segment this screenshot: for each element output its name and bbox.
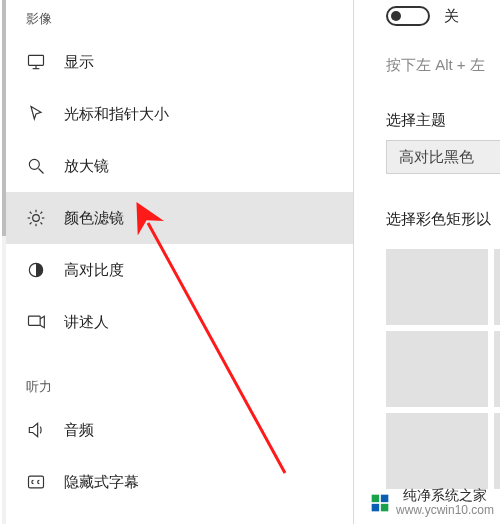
sidebar-item-closed-caption[interactable]: 隐藏式字幕 xyxy=(4,456,353,508)
sidebar-item-label: 讲述人 xyxy=(64,313,109,332)
watermark-url: www.ycwin10.com xyxy=(396,504,494,517)
toggle-switch[interactable] xyxy=(386,6,430,26)
svg-rect-21 xyxy=(381,504,389,512)
watermark-name: 纯净系统之家 xyxy=(403,488,487,503)
preview-swatch[interactable] xyxy=(494,331,500,407)
section-header-hearing: 听力 xyxy=(4,348,353,404)
watermark: 纯净系统之家 www.ycwin10.com xyxy=(368,486,496,519)
toggle-label: 关 xyxy=(444,7,459,26)
cc-icon xyxy=(26,472,46,492)
speaker-icon xyxy=(26,420,46,440)
sidebar-item-label: 隐藏式字幕 xyxy=(64,473,139,492)
scrollbar-thumb[interactable] xyxy=(2,0,6,236)
sidebar-item-color-filters[interactable]: 颜色滤镜 xyxy=(4,192,353,244)
theme-dropdown[interactable]: 高对比黑色 xyxy=(386,140,500,174)
preview-heading: 选择彩色矩形以 xyxy=(354,174,500,237)
shortcut-hint: 按下左 Alt + 左 xyxy=(354,26,500,75)
sidebar-item-display[interactable]: 显示 xyxy=(4,36,353,88)
svg-rect-15 xyxy=(29,316,41,325)
svg-line-12 xyxy=(30,222,32,224)
preview-swatch[interactable] xyxy=(386,331,488,407)
section-header-vision: 影像 xyxy=(4,0,353,36)
sidebar-item-cursor[interactable]: 光标和指针大小 xyxy=(4,88,353,140)
preview-swatch[interactable] xyxy=(386,413,488,489)
svg-line-11 xyxy=(40,222,42,224)
svg-line-13 xyxy=(40,212,42,214)
sidebar-item-label: 光标和指针大小 xyxy=(64,105,169,124)
sidebar-item-magnifier[interactable]: 放大镜 xyxy=(4,140,353,192)
content-panel: 关 按下左 Alt + 左 选择主题 高对比黑色 选择彩色矩形以 xyxy=(354,0,500,524)
sidebar-item-label: 高对比度 xyxy=(64,261,124,280)
toggle-row: 关 xyxy=(354,0,500,26)
sidebar-item-label: 音频 xyxy=(64,421,94,440)
preview-swatch[interactable] xyxy=(494,413,500,489)
sidebar-item-high-contrast[interactable]: 高对比度 xyxy=(4,244,353,296)
brightness-icon xyxy=(26,208,46,228)
sidebar: 影像 显示 光标和指针大小 放大镜 颜色滤镜 xyxy=(4,0,354,524)
svg-rect-19 xyxy=(381,494,389,502)
svg-rect-0 xyxy=(29,55,44,65)
magnifier-icon xyxy=(26,156,46,176)
watermark-logo-icon xyxy=(370,493,390,513)
svg-point-3 xyxy=(29,159,39,169)
narrator-icon xyxy=(26,312,46,332)
settings-window: 影像 显示 光标和指针大小 放大镜 颜色滤镜 xyxy=(0,0,500,524)
sidebar-item-label: 显示 xyxy=(64,53,94,72)
sidebar-item-audio[interactable]: 音频 xyxy=(4,404,353,456)
theme-heading: 选择主题 xyxy=(354,75,500,138)
sidebar-item-narrator[interactable]: 讲述人 xyxy=(4,296,353,348)
sidebar-scrollbar[interactable] xyxy=(2,0,6,524)
monitor-icon xyxy=(26,52,46,72)
svg-rect-20 xyxy=(372,504,380,512)
preview-grid xyxy=(386,249,500,489)
contrast-icon xyxy=(26,260,46,280)
theme-dropdown-value: 高对比黑色 xyxy=(399,148,474,167)
svg-rect-18 xyxy=(372,494,380,502)
sidebar-item-label: 颜色滤镜 xyxy=(64,209,124,228)
svg-point-5 xyxy=(33,215,40,222)
toggle-knob xyxy=(391,11,401,21)
preview-swatch[interactable] xyxy=(386,249,488,325)
cursor-icon xyxy=(26,104,46,124)
sidebar-item-label: 放大镜 xyxy=(64,157,109,176)
svg-line-4 xyxy=(39,169,44,174)
svg-line-10 xyxy=(30,212,32,214)
preview-swatch[interactable] xyxy=(494,249,500,325)
svg-rect-16 xyxy=(29,476,44,488)
